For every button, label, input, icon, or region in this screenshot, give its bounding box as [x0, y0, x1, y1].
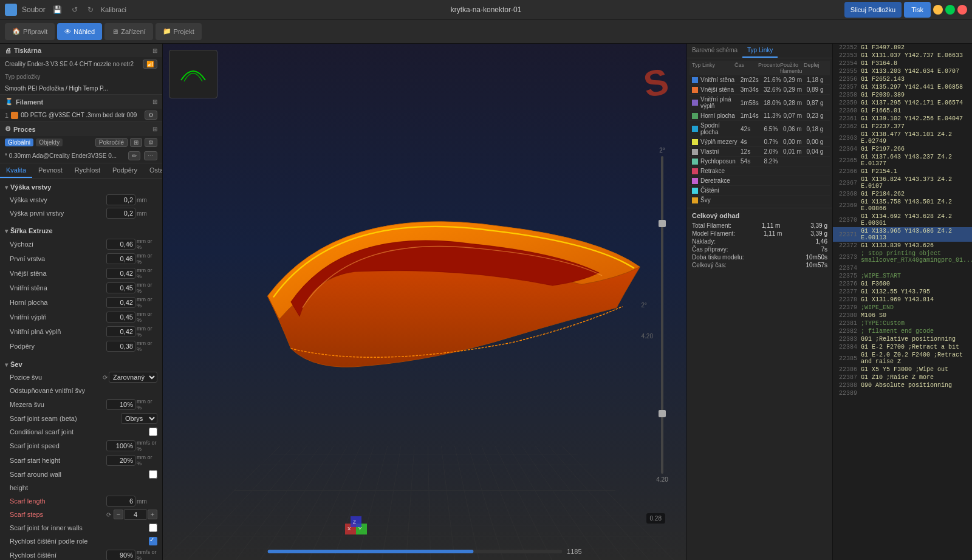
- gcode-line[interactable]: 22371 G1 X133.965 Y143.686 Z4.2 E.00113: [833, 227, 972, 242]
- gcode-line[interactable]: 22364 G1 F2197.266: [833, 145, 972, 153]
- gcode-line[interactable]: 22382 ; filament end gcode: [833, 327, 972, 335]
- slider-track[interactable]: [661, 156, 663, 474]
- slider-thumb-bottom[interactable]: [659, 410, 666, 417]
- close-btn[interactable]: [957, 5, 967, 15]
- gcode-line[interactable]: 22356 G1 F2652.143: [833, 75, 972, 83]
- gcode-line[interactable]: 22375 ;WIPE_START: [833, 272, 972, 280]
- tab-rychlost[interactable]: Rychlost: [69, 163, 106, 178]
- undo-btn[interactable]: ↺: [69, 4, 80, 15]
- scarf-length-input[interactable]: [106, 496, 135, 507]
- gcode-line[interactable]: 22360 G1 F1665.01: [833, 107, 972, 115]
- scarf-start-height-input[interactable]: [106, 455, 135, 466]
- viewport[interactable]: S: [163, 44, 686, 560]
- minimize-btn[interactable]: [933, 5, 943, 15]
- tab-kvalita[interactable]: Kvalita: [0, 163, 32, 178]
- global-badge[interactable]: Globální: [5, 138, 33, 146]
- slicuj-podlozku-btn[interactable]: Slicuj Podložku: [844, 2, 902, 18]
- printer-section-header[interactable]: 🖨 Tiskárna ⊞: [0, 44, 162, 57]
- gcode-line[interactable]: 22359 G1 X137.295 Y142.171 E.06574: [833, 99, 972, 107]
- gcode-line[interactable]: 22372 G1 X133.839 Y143.626: [833, 242, 972, 250]
- scarf-steps-decrement[interactable]: −: [114, 510, 123, 519]
- gcode-line[interactable]: 22357 G1 X135.297 Y142.441 E.06858: [833, 83, 972, 91]
- gcode-line[interactable]: 22373 ; stop printing object smallcover_…: [833, 250, 972, 264]
- sirka-extruze-title[interactable]: Šířka Extruze: [0, 225, 162, 237]
- wifi-btn[interactable]: 📶: [143, 60, 157, 69]
- process-edit-btn[interactable]: ✏: [128, 151, 140, 160]
- soubor-menu[interactable]: Soubor: [22, 5, 46, 14]
- save-file-btn[interactable]: 💾: [50, 4, 64, 15]
- scarf-around-wall-checkbox[interactable]: [149, 470, 157, 479]
- vyska-vrstvy-title[interactable]: Výška vrstvy: [0, 181, 162, 193]
- mezera-svu-input[interactable]: [106, 399, 135, 410]
- maximize-btn[interactable]: [945, 5, 955, 15]
- vnitrni-plna-input[interactable]: [106, 326, 135, 337]
- redo-btn[interactable]: ↻: [85, 4, 96, 15]
- tab-pevnost[interactable]: Pevnost: [32, 163, 69, 178]
- gcode-line[interactable]: 22376 G1 F3600: [833, 280, 972, 288]
- right-tab-linky[interactable]: Typ Linky: [742, 44, 778, 58]
- gcode-line[interactable]: 22378 G1 X131.969 Y143.814: [833, 296, 972, 304]
- gcode-line[interactable]: 22383 G91 ;Relative positionning: [833, 335, 972, 343]
- vychozi-input[interactable]: [106, 239, 135, 250]
- gcode-line[interactable]: 22388 G90 Absolute positionning: [833, 381, 972, 389]
- nav-projekt-btn[interactable]: 📁 Projekt: [156, 23, 202, 40]
- scarf-joint-inner-checkbox[interactable]: [149, 524, 157, 532]
- gcode-line[interactable]: 22352 G1 F3497.892: [833, 44, 972, 52]
- scarf-seam-dropdown[interactable]: Obrys: [121, 413, 157, 424]
- pokrocile-btn[interactable]: Pokročilé: [95, 138, 128, 147]
- layer-slider[interactable]: 2° 4.20: [656, 147, 668, 483]
- podpory-extruze-input[interactable]: [106, 341, 135, 352]
- gcode-line[interactable]: 22379 ;WIPE_END: [833, 304, 972, 312]
- vnejsi-stena-input[interactable]: [106, 268, 135, 279]
- process-expand-btn[interactable]: ⊞: [152, 126, 157, 132]
- gcode-line[interactable]: 22367 G1 X136.824 Y143.373 Z4.2 E.0107: [833, 176, 972, 190]
- pozice-svu-dropdown[interactable]: Zarovnaný: [109, 372, 157, 383]
- process-settings-btn[interactable]: ⚙: [145, 138, 157, 147]
- objects-badge[interactable]: Objekty: [36, 138, 63, 146]
- conditional-scarf-checkbox[interactable]: [149, 428, 157, 436]
- sev-group-title[interactable]: Šev: [0, 358, 162, 370]
- gcode-line[interactable]: 22377 G1 X132.55 Y143.795: [833, 288, 972, 296]
- printer-expand-btn[interactable]: ⊞: [152, 47, 157, 54]
- gcode-line[interactable]: 22358 G1 F2039.389: [833, 91, 972, 99]
- rychlost-cisteni2-input[interactable]: [106, 550, 135, 560]
- gcode-line[interactable]: 22381 ;TYPE:Custom: [833, 319, 972, 327]
- process-more-btn[interactable]: ⋯: [144, 151, 157, 160]
- gcode-line[interactable]: 22354 G1 F3164.8: [833, 60, 972, 67]
- nav-zarizeni-btn[interactable]: 🖥 Zařízení: [104, 23, 152, 40]
- gcode-line[interactable]: 22385 G1 E-2.0 Z0.2 F2400 ;Retract and r…: [833, 351, 972, 366]
- vnitrni-stena-input[interactable]: [106, 282, 135, 293]
- vyska-prvni-input[interactable]: [106, 208, 135, 219]
- gcode-line[interactable]: 22365 G1 X137.643 Y143.237 Z4.2 E.01377: [833, 153, 972, 168]
- gcode-line[interactable]: 22361 G1 X139.102 Y142.256 E.04047: [833, 115, 972, 123]
- scarf-steps-increment[interactable]: +: [148, 510, 157, 519]
- nav-nahled-btn[interactable]: 👁 Náhled: [57, 23, 102, 40]
- slider-thumb-top[interactable]: [659, 220, 666, 227]
- gcode-line[interactable]: 22353 G1 X131.037 Y142.737 E.06633: [833, 52, 972, 60]
- gcode-line[interactable]: 22369 G1 X135.758 Y143.501 Z4.2 E.00866: [833, 198, 972, 213]
- process-grid-btn[interactable]: ⊞: [130, 138, 142, 147]
- scarf-speed-input[interactable]: [106, 440, 135, 451]
- gcode-line[interactable]: 22362 G1 F2237.377: [833, 123, 972, 131]
- calibrate-label[interactable]: Kalibraci: [101, 6, 126, 13]
- tisk-btn[interactable]: Tisk: [904, 2, 931, 18]
- filament-section-header[interactable]: 🧵 Filament ⊞: [0, 95, 162, 109]
- gcode-line[interactable]: 22386 G1 X5 Y5 F3000 ;Wipe out: [833, 366, 972, 374]
- gcode-line[interactable]: 22389: [833, 389, 972, 397]
- horni-plocha-input[interactable]: [106, 297, 135, 308]
- prvni-vrstva-input[interactable]: [106, 253, 135, 264]
- tab-ostatni[interactable]: Ostatní: [143, 163, 163, 178]
- vyska-vrstvy-input[interactable]: [106, 194, 135, 205]
- filament-expand-btn[interactable]: ⊞: [152, 98, 157, 105]
- scarf-steps-input[interactable]: [125, 509, 146, 520]
- gcode-line[interactable]: 22366 G1 F2154.1: [833, 168, 972, 176]
- process-section-header[interactable]: ⚙ Proces ⊞: [0, 122, 162, 136]
- vnitrni-vyplh-input[interactable]: [106, 312, 135, 323]
- gcode-line[interactable]: 22355 G1 X133.203 Y142.634 E.0707: [833, 67, 972, 75]
- tab-podpory[interactable]: Podpěry: [106, 163, 143, 178]
- gcode-line[interactable]: 22370 G1 X134.692 Y143.628 Z4.2 E.00361: [833, 213, 972, 227]
- rychlost-cisteni-checkbox[interactable]: [149, 537, 157, 545]
- gcode-line[interactable]: 22384 G1 E-2 F2700 ;Retract a bit: [833, 343, 972, 351]
- gcode-line[interactable]: 22380 M106 S0: [833, 312, 972, 319]
- gcode-line[interactable]: 22374: [833, 264, 972, 272]
